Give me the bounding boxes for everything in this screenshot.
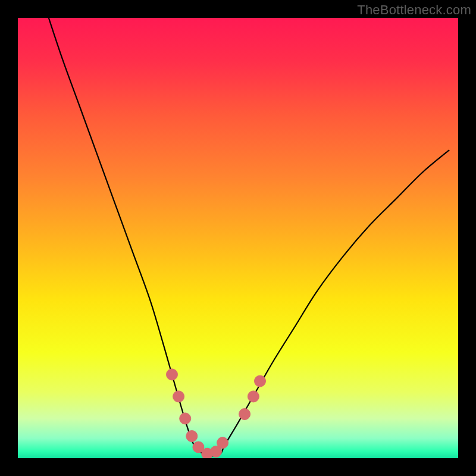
highlight-dot bbox=[186, 431, 198, 442]
highlight-markers bbox=[167, 369, 266, 458]
highlight-dot bbox=[239, 409, 250, 420]
plot-area bbox=[18, 18, 458, 458]
curve-layer bbox=[18, 18, 458, 458]
highlight-dot bbox=[217, 437, 228, 449]
highlight-dot bbox=[248, 391, 259, 402]
highlight-dot bbox=[180, 413, 191, 424]
highlight-dot bbox=[255, 375, 266, 387]
highlight-dot bbox=[173, 391, 184, 402]
highlight-dot bbox=[167, 369, 178, 380]
watermark-text: TheBottleneck.com bbox=[357, 2, 471, 18]
chart-frame: TheBottleneck.com bbox=[0, 0, 476, 476]
bottleneck-curve bbox=[49, 18, 449, 456]
